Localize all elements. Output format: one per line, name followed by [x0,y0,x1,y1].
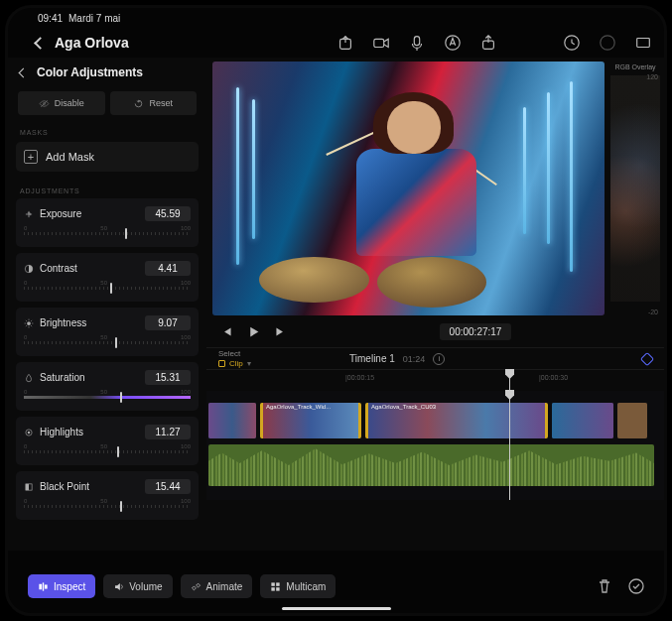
adjustment-label: Exposure [40,208,139,219]
inspect-button[interactable]: Inspect [28,574,95,598]
multicam-icon [270,581,281,592]
disable-button[interactable]: Disable [18,91,105,115]
share-down-icon[interactable] [336,34,354,52]
adjustment-label: Brightness [40,317,139,328]
adjustment-value[interactable]: 45.59 [145,206,191,221]
svg-rect-20 [196,583,200,587]
video-clip[interactable] [617,403,647,438]
home-indicator[interactable] [282,607,391,610]
adjustment-value[interactable]: 15.44 [145,479,191,494]
timeline-title: Timeline 1 [349,353,395,364]
toolbar [336,34,652,52]
volume-icon [113,581,124,592]
scope-label: RGB Overlay [610,62,660,72]
eye-off-icon [39,98,50,109]
brightness-icon [24,318,34,328]
svg-point-25 [629,579,643,593]
masks-section-label: MASKS [14,123,201,140]
timeline-duration: 01:24 [403,354,426,364]
svg-point-6 [601,36,614,50]
content-area: RGB Overlay 120 -20 00:00:27:17 Select C [206,58,664,551]
svg-rect-17 [43,582,44,590]
help-icon [599,34,616,52]
adjustment-value[interactable]: 9.07 [145,315,191,330]
audio-track[interactable] [208,444,654,486]
scope-min: -20 [648,309,658,315]
confirm-icon[interactable] [628,578,644,594]
svg-point-11 [27,321,31,325]
play-button[interactable] [247,325,260,338]
app-window: 09:41 Mardi 7 mai Aga Orlova Color Adjus… [5,5,667,616]
reset-button[interactable]: Reset [110,91,198,115]
playhead[interactable] [509,391,510,500]
panel-title: Color Adjustments [37,65,143,79]
bottom-toolbar: Inspect Volume Animate Multicam [18,569,654,603]
adjustment-value[interactable]: 15.31 [145,370,191,385]
adjustment-value[interactable]: 4.41 [145,261,191,276]
text-tool-icon[interactable] [444,34,462,52]
reset-icon [133,98,144,109]
timeline-header: Select Clip ▾ Timeline 1 01:24 i [206,347,664,369]
trash-icon[interactable] [597,578,612,594]
camera-icon[interactable] [372,34,390,52]
exposure-icon [24,209,34,219]
status-bar: 09:41 Mardi 7 mai [8,8,664,28]
adjustment-brightness: Brightness 9.07 050100 [16,308,199,356]
svg-rect-15 [26,483,29,489]
svg-point-13 [28,431,31,434]
adjustments-section-label: ADJUSTMENTS [14,182,201,198]
adjustment-saturation: Saturation 15.31 050100 [16,362,199,411]
animate-button[interactable]: Animate [181,574,253,598]
highlights-icon [24,428,34,437]
keyframe-icon[interactable] [640,351,654,365]
adjustment-blackpoint: Black Point 15.44 050100 [16,471,199,520]
info-icon[interactable]: i [433,353,445,365]
video-clip-selected[interactable]: AgaOrlova_Track_Wid... [260,403,361,438]
plus-icon: + [24,150,38,164]
adjustment-label: Black Point [40,481,139,492]
multicam-button[interactable]: Multicam [260,574,336,598]
svg-rect-18 [45,584,48,588]
animate-icon [191,581,202,592]
timeline-ruler[interactable]: |00:00:15|00:00:30 [206,369,664,391]
video-track: AgaOrlova_Track_Wid... AgaOrlova_Track_C… [206,403,664,438]
back-chevron-icon[interactable] [34,37,47,50]
next-frame-button[interactable] [274,325,287,338]
svg-rect-1 [374,39,384,47]
share-up-icon[interactable] [479,34,497,52]
inspect-icon [38,581,49,592]
adjustment-slider[interactable]: 050100 [24,445,191,459]
adjustment-slider[interactable]: 050100 [24,500,191,514]
transport-bar: 00:00:27:17 [206,315,664,347]
adjustment-slider[interactable]: 050100 [24,282,191,296]
volume-button[interactable]: Volume [103,574,172,598]
status-time: 09:41 [38,13,63,24]
panel-back-icon[interactable] [19,67,29,77]
history-icon[interactable] [563,34,581,52]
scopes-panel: RGB Overlay 120 -20 [610,62,660,315]
display-icon[interactable] [634,34,652,52]
clip-indicator[interactable]: Clip ▾ [218,359,251,368]
select-label: Select [218,349,251,358]
ruler-mark: |00:00:30 [539,374,568,381]
timecode-display[interactable]: 00:00:27:17 [440,323,512,340]
video-clip[interactable] [552,403,613,438]
contrast-icon [24,264,34,274]
adjustment-label: Contrast [40,263,139,274]
mic-icon[interactable] [408,34,426,52]
adjustment-slider[interactable]: 050100 [24,336,191,350]
video-clip[interactable] [208,403,256,438]
add-mask-button[interactable]: + Add Mask [16,142,199,172]
rgb-waveform [610,75,660,302]
adjustment-slider[interactable]: 050100 [24,391,191,405]
timeline-tracks[interactable]: AgaOrlova_Track_Wid... AgaOrlova_Track_C… [206,391,664,500]
adjustment-value[interactable]: 11.27 [145,425,191,439]
prev-frame-button[interactable] [220,325,233,338]
inspector-sidebar: Color Adjustments Disable Reset MASKS + … [8,58,206,551]
video-clip-selected[interactable]: AgaOrlova_Track_CU03 [365,403,548,438]
svg-rect-19 [192,585,196,589]
video-preview[interactable] [212,62,605,315]
svg-rect-24 [276,587,279,590]
svg-rect-2 [414,37,419,46]
adjustment-slider[interactable]: 050100 [24,227,191,241]
